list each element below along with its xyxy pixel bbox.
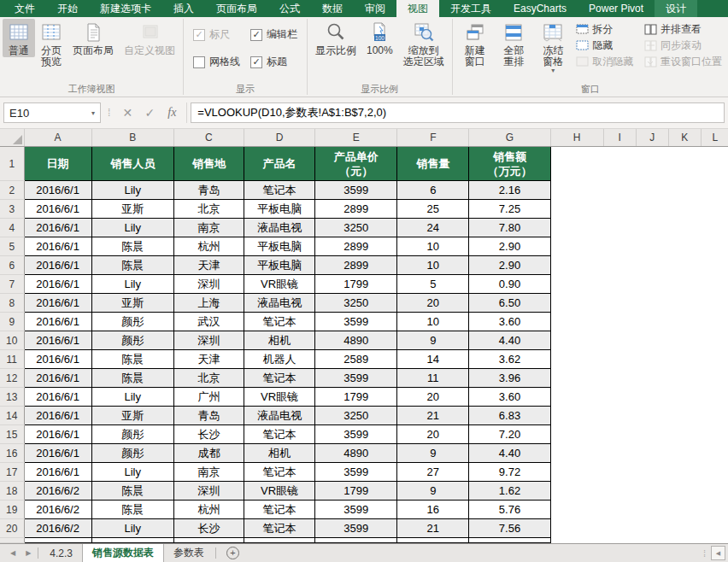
table-cell[interactable]: 3599 [315, 463, 397, 482]
row-header-19[interactable]: 19 [0, 501, 24, 519]
table-cell[interactable]: 3599 [315, 181, 397, 200]
table-cell[interactable]: 陈晨 [91, 369, 173, 388]
table-cell[interactable]: 亚斯 [91, 200, 173, 219]
table-cell[interactable]: 陈晨 [91, 256, 173, 275]
ribbon-tab-页面布局[interactable]: 页面布局 [205, 0, 268, 17]
table-cell[interactable]: 广州 [173, 388, 244, 407]
table-cell[interactable]: 2.90 [469, 256, 550, 275]
table-cell[interactable]: 南京 [173, 463, 244, 482]
table-cell[interactable]: 长沙 [173, 425, 244, 444]
table-cell[interactable]: 3.62 [469, 350, 550, 369]
table-cell[interactable]: 2016/6/1 [24, 425, 91, 444]
row-header-14[interactable]: 14 [0, 407, 24, 425]
table-cell[interactable]: 7.20 [469, 425, 550, 444]
table-cell[interactable]: 9 [397, 331, 469, 350]
empty-cells[interactable] [550, 350, 728, 369]
empty-cells[interactable] [550, 147, 728, 181]
gridlines-checkbox[interactable]: 网格线 [193, 55, 240, 69]
table-cell[interactable]: 2016/6/1 [24, 294, 91, 313]
table-cell[interactable]: 亚斯 [91, 294, 173, 313]
table-cell[interactable]: 5.76 [469, 501, 550, 519]
table-cell[interactable]: 3599 [315, 519, 397, 538]
empty-cells[interactable] [550, 501, 728, 519]
table-cell[interactable]: 长沙 [173, 519, 244, 538]
table-cell[interactable]: 北京 [173, 369, 244, 388]
formula-input[interactable]: =VLOOKUP(D10,参数表!A$1:B$7,2,0) [191, 102, 725, 123]
ribbon-tab-审阅[interactable]: 审阅 [354, 0, 396, 17]
row-header-[interactable] [0, 538, 24, 543]
ribbon-tab-设计[interactable]: 设计 [655, 0, 697, 17]
empty-cells[interactable] [550, 275, 728, 294]
empty-cells[interactable] [550, 294, 728, 313]
sheet-tab-参数表[interactable]: 参数表 [164, 544, 214, 562]
table-cell[interactable]: 陈晨 [91, 501, 173, 519]
table-cell[interactable]: 1799 [315, 482, 397, 501]
table-cell[interactable]: 青岛 [173, 181, 244, 200]
table-cell[interactable]: 笔记本 [244, 519, 314, 538]
column-header-K[interactable]: K [668, 129, 701, 147]
empty-cells[interactable] [550, 519, 728, 538]
table-cell[interactable]: 青岛 [173, 407, 244, 425]
column-header-A[interactable]: A [24, 129, 91, 147]
table-cell[interactable] [397, 538, 469, 543]
column-header-C[interactable]: C [173, 129, 244, 147]
table-cell[interactable]: 6.83 [469, 407, 550, 425]
table-cell[interactable]: 10 [397, 313, 469, 331]
row-header-7[interactable]: 7 [0, 275, 24, 294]
column-header-G[interactable]: G [469, 129, 550, 147]
table-cell[interactable]: 平板电脑 [244, 256, 314, 275]
empty-cells[interactable] [550, 444, 728, 463]
table-cell[interactable]: 深圳 [173, 331, 244, 350]
empty-cells[interactable] [550, 237, 728, 256]
row-header-18[interactable]: 18 [0, 482, 24, 501]
table-cell[interactable]: 20 [397, 294, 469, 313]
freeze-panes-button[interactable]: 冻结窗格 ▾ [533, 19, 572, 75]
row-header-20[interactable]: 20 [0, 519, 24, 538]
table-cell[interactable]: 天津 [173, 350, 244, 369]
row-header-15[interactable]: 15 [0, 425, 24, 444]
table-cell[interactable] [469, 538, 550, 543]
row-header-13[interactable]: 13 [0, 388, 24, 407]
table-cell[interactable]: 4890 [315, 331, 397, 350]
table-cell[interactable]: 6.50 [469, 294, 550, 313]
table-cell[interactable]: 9 [397, 482, 469, 501]
table-cell[interactable]: Lily [91, 275, 173, 294]
view-side-by-side-button[interactable]: 并排查看 [644, 23, 722, 36]
table-cell[interactable]: Lily [91, 519, 173, 538]
table-cell[interactable]: 2.16 [469, 181, 550, 200]
row-header-17[interactable]: 17 [0, 463, 24, 482]
table-cell[interactable]: 3.60 [469, 313, 550, 331]
headings-checkbox[interactable]: ✓ 标题 [250, 55, 297, 69]
table-cell[interactable]: 笔记本 [244, 369, 314, 388]
table-cell[interactable]: 6 [397, 181, 469, 200]
table-cell[interactable]: 杭州 [173, 501, 244, 519]
empty-cells[interactable] [550, 463, 728, 482]
table-cell[interactable]: 颜彤 [91, 444, 173, 463]
table-cell[interactable]: 笔记本 [244, 313, 314, 331]
column-header-E[interactable]: E [315, 129, 397, 147]
table-cell[interactable]: 2016/6/1 [24, 463, 91, 482]
table-cell[interactable]: 2899 [315, 237, 397, 256]
column-header-H[interactable]: H [550, 129, 603, 147]
empty-cells[interactable] [550, 331, 728, 350]
table-cell[interactable]: 2016/6/1 [24, 331, 91, 350]
sheet-bar-resize-handle[interactable]: ⁞ [703, 548, 706, 559]
zoom-100-button[interactable]: 100 100% [361, 19, 398, 57]
table-cell[interactable]: Lily [91, 219, 173, 237]
table-cell[interactable]: 平板电脑 [244, 200, 314, 219]
table-cell[interactable]: 3599 [315, 313, 397, 331]
table-cell[interactable]: 2016/6/2 [24, 519, 91, 538]
table-cell[interactable]: 25 [397, 200, 469, 219]
formula-bar-checkbox[interactable]: ✓ 编辑栏 [250, 27, 297, 42]
table-cell[interactable]: 机器人 [244, 350, 314, 369]
ribbon-tab-Power Pivot[interactable]: Power Pivot [578, 0, 655, 17]
table-cell[interactable]: 相机 [244, 444, 314, 463]
table-cell[interactable]: 颜彤 [91, 313, 173, 331]
column-header-L[interactable]: L [701, 129, 728, 147]
table-header-cell[interactable]: 产品单价 （元） [315, 147, 397, 181]
table-cell[interactable]: 10 [397, 237, 469, 256]
sheet-tab-4.2.3[interactable]: 4.2.3 [40, 544, 82, 562]
sheet-nav-right-icon[interactable]: ▶ [21, 544, 36, 562]
row-header-9[interactable]: 9 [0, 313, 24, 331]
table-cell[interactable]: 3599 [315, 501, 397, 519]
